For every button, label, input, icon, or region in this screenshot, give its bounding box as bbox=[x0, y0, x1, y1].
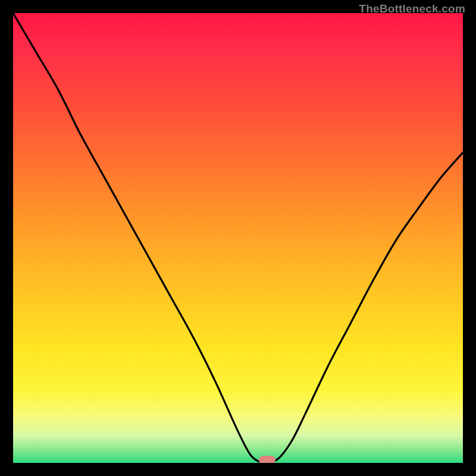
heat-gradient-background bbox=[13, 13, 463, 463]
optimal-point-marker bbox=[259, 456, 275, 463]
plot-area bbox=[13, 13, 463, 463]
chart-canvas: TheBottleneck.com bbox=[0, 0, 476, 476]
